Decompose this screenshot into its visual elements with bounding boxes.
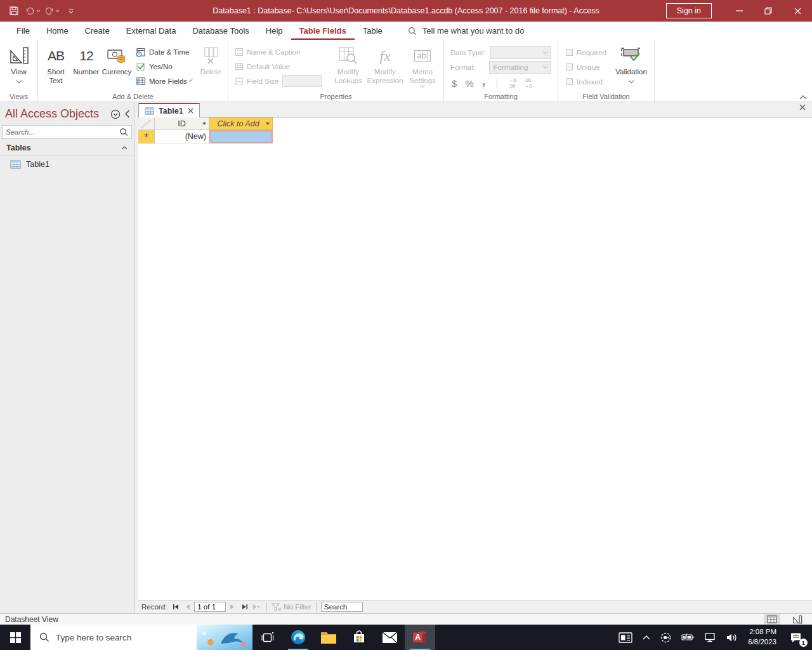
taskbar-store-button[interactable] [344, 625, 374, 650]
datasheet-view-icon[interactable] [764, 614, 780, 625]
nav-search-input[interactable] [6, 128, 119, 136]
design-view-icon[interactable] [789, 614, 806, 625]
taskbar-search-box[interactable] [30, 625, 252, 650]
date-time-button[interactable]: Date & Time [132, 44, 195, 59]
column-dropdown-icon[interactable] [202, 123, 206, 125]
delete-label: Delete [200, 67, 221, 76]
modify-expression-button[interactable]: fx Modify Expression [365, 42, 405, 90]
taskbar-search-input[interactable] [56, 633, 197, 642]
taskbar-clock[interactable]: 2:08 PM 6/8/2023 [742, 627, 782, 647]
memo-settings-button[interactable]: ab Memo Settings [405, 42, 440, 90]
tab-database-tools[interactable]: Database Tools [184, 22, 257, 40]
nav-menu-icon[interactable] [110, 109, 121, 119]
name-caption-button[interactable]: Name & Caption [231, 44, 331, 59]
next-record-icon[interactable] [227, 602, 238, 613]
properties-group-label: Properties [228, 93, 443, 100]
unique-checkbox[interactable]: Unique [566, 60, 613, 74]
nav-item-table1[interactable]: Table1 [0, 156, 134, 173]
increase-decimals-icon[interactable]: ←0 .00 [509, 77, 516, 89]
taskbar-mail-button[interactable] [374, 625, 405, 650]
search-icon[interactable] [119, 128, 128, 136]
field-size-button[interactable]: Field Size [231, 74, 331, 88]
last-record-icon[interactable] [239, 602, 250, 613]
taskbar-file-explorer-button[interactable] [313, 625, 344, 650]
start-button[interactable] [0, 625, 30, 650]
redo-icon[interactable] [44, 3, 60, 19]
short-text-button[interactable]: AB Short Text [41, 42, 71, 90]
undo-icon[interactable] [25, 3, 41, 19]
default-value-button[interactable]: Default Value [231, 59, 331, 74]
taskbar-access-button[interactable]: A [405, 625, 435, 650]
network-icon[interactable] [699, 625, 721, 650]
validation-button[interactable]: Validation [613, 42, 650, 90]
indexed-checkbox[interactable]: Indexed [566, 74, 613, 89]
tab-external-data[interactable]: External Data [118, 22, 185, 40]
tab-create[interactable]: Create [77, 22, 118, 40]
cell-id-new[interactable]: (New) [155, 130, 209, 143]
currency-format-icon[interactable]: $ [452, 78, 457, 89]
tab-help[interactable]: Help [258, 22, 291, 40]
meet-now-icon[interactable] [655, 625, 676, 650]
field-size-input[interactable] [282, 75, 322, 87]
action-center-icon[interactable]: 1 [782, 625, 809, 650]
tell-me-box[interactable]: Tell me what you want to do [408, 26, 524, 36]
delete-button[interactable]: Delete [195, 42, 226, 90]
notification-badge: 1 [799, 639, 808, 647]
taskbar-edge-button[interactable] [283, 625, 313, 650]
tab-table[interactable]: Table [355, 22, 391, 40]
restore-button[interactable] [754, 0, 783, 22]
cell-selected[interactable] [209, 130, 273, 143]
minimize-button[interactable] [724, 0, 754, 22]
tab-table-fields[interactable]: Table Fields [291, 22, 355, 40]
chevron-down-icon [189, 78, 193, 82]
percent-format-icon[interactable]: % [465, 78, 473, 89]
new-record-icon[interactable]: * [251, 602, 262, 613]
document-close-icon[interactable] [799, 104, 806, 110]
previous-record-icon[interactable] [182, 602, 193, 613]
tab-file[interactable]: File [8, 22, 38, 40]
modify-lookups-label: Modify Lookups [332, 67, 364, 86]
collapse-ribbon-icon[interactable] [799, 95, 807, 100]
view-button[interactable]: View [4, 42, 34, 90]
nav-search-box[interactable] [2, 125, 132, 139]
comma-format-icon[interactable]: , [482, 74, 485, 88]
currency-button[interactable]: Currency [102, 42, 132, 90]
access-icon: A [412, 629, 428, 646]
select-all-corner[interactable] [138, 117, 155, 130]
shutter-bar-icon[interactable] [124, 110, 130, 118]
required-checkbox[interactable]: Required [566, 45, 613, 60]
column-header-id[interactable]: ID [155, 117, 209, 130]
hidden-icons-chevron[interactable] [638, 625, 655, 650]
first-record-icon[interactable] [170, 602, 181, 613]
new-record-selector[interactable]: * [138, 130, 155, 143]
news-widget-icon[interactable] [613, 625, 638, 650]
column-header-click-to-add[interactable]: Click to Add [209, 117, 273, 130]
modify-lookups-button[interactable]: Modify Lookups [331, 42, 365, 90]
more-fields-button[interactable]: More Fields [132, 74, 195, 88]
format-dropdown[interactable]: Formatting [489, 61, 551, 74]
datasheet: ID Click to Add * (New) [138, 117, 812, 600]
tab-close-icon[interactable] [188, 108, 193, 114]
record-search-input[interactable] [321, 602, 363, 612]
nav-group-tables[interactable]: Tables [0, 139, 134, 156]
save-icon[interactable] [6, 3, 22, 19]
decrease-decimals-icon[interactable]: .00 →0 [525, 77, 532, 89]
search-highlights-image[interactable] [197, 625, 252, 650]
document-tab-table1[interactable]: Table1 [138, 103, 200, 117]
close-button[interactable] [783, 0, 812, 22]
customize-qat-icon[interactable] [63, 3, 79, 19]
battery-icon[interactable] [676, 625, 699, 650]
record-position-input[interactable] [194, 602, 226, 612]
data-type-dropdown[interactable] [490, 46, 551, 59]
delete-icon [202, 44, 219, 67]
modify-expression-label: Modify Expression [365, 67, 405, 86]
tab-home[interactable]: Home [38, 22, 77, 40]
chevron-up-icon [121, 146, 128, 150]
no-filter-button[interactable]: No Filter [272, 603, 311, 611]
number-button[interactable]: 12 Number [71, 42, 102, 90]
sign-in-button[interactable]: Sign in [666, 3, 712, 18]
column-dropdown-icon[interactable] [266, 123, 270, 125]
task-view-button[interactable] [252, 625, 283, 650]
yes-no-button[interactable]: Yes/No [132, 59, 195, 74]
volume-icon[interactable] [721, 625, 742, 650]
